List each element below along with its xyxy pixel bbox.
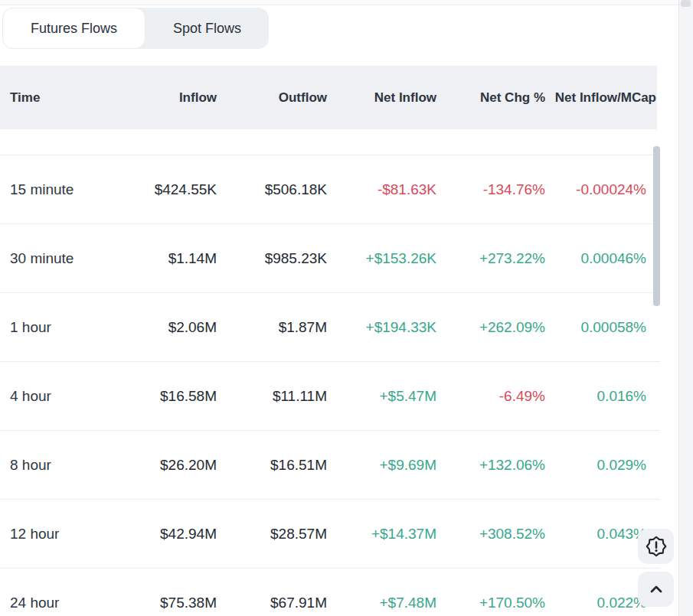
cell-time: 12 hour xyxy=(10,526,125,543)
cell-outflow: $985.23K xyxy=(217,250,327,267)
page-scrollbar-track[interactable] xyxy=(678,0,693,616)
cell-net-inflow-mcap: 0.016% xyxy=(545,388,656,405)
table-row[interactable]: 30 minute$1.14M$985.23K+$153.26K+273.22%… xyxy=(0,223,660,292)
table-header-row: Time Inflow Outflow Net Inflow Net Chg %… xyxy=(0,66,657,129)
chevron-up-icon xyxy=(646,579,667,600)
table-scrollbar-thumb[interactable] xyxy=(653,146,660,306)
cell-time: 24 hour xyxy=(10,595,125,611)
table-row[interactable]: 15 minute$424.55K$506.18K-$81.63K-134.76… xyxy=(0,155,660,223)
cell-net-inflow: +$194.33K xyxy=(327,319,436,336)
cell-net-chg: +262.09% xyxy=(436,319,545,336)
cell-outflow: $28.57M xyxy=(217,526,327,543)
cell-net-inflow-mcap: 0.029% xyxy=(545,457,656,474)
cell-inflow: $2.06M xyxy=(125,319,217,336)
cell-net-inflow: +$9.69M xyxy=(327,457,436,474)
cell-net-chg: +273.22% xyxy=(436,250,545,267)
column-header-net-inflow[interactable]: Net Inflow xyxy=(327,90,436,106)
cell-net-inflow-mcap: 0.00058% xyxy=(545,319,656,336)
cell-inflow: $424.55K xyxy=(125,181,217,198)
tab-spot-flows[interactable]: Spot Flows xyxy=(145,8,269,49)
column-header-outflow[interactable]: Outflow xyxy=(217,90,327,106)
cell-outflow: $506.18K xyxy=(217,181,327,198)
cell-time: 8 hour xyxy=(10,457,125,474)
column-header-inflow[interactable]: Inflow xyxy=(125,90,217,106)
cell-time: 15 minute xyxy=(10,181,125,198)
cell-net-chg: +308.52% xyxy=(436,526,545,543)
page-scrollbar-thumb[interactable] xyxy=(681,0,691,7)
top-divider xyxy=(0,0,693,5)
cell-outflow: $1.87M xyxy=(217,319,327,336)
cell-outflow: $11.11M xyxy=(217,388,327,405)
column-header-net-chg[interactable]: Net Chg % xyxy=(436,90,545,106)
table-row[interactable]: 12 hour$42.94M$28.57M+$14.37M+308.52%0.0… xyxy=(0,499,660,568)
cell-net-inflow: +$5.47M xyxy=(327,388,436,405)
report-issue-button[interactable] xyxy=(638,529,674,564)
cell-net-inflow-mcap: -0.00024% xyxy=(545,181,656,198)
table-body: 15 minute$424.55K$506.18K-$81.63K-134.76… xyxy=(0,129,660,616)
table-row[interactable]: 8 hour$26.20M$16.51M+$9.69M+132.06%0.029… xyxy=(0,430,660,499)
cell-time: 30 minute xyxy=(10,250,125,267)
cell-net-inflow: +$153.26K xyxy=(327,250,436,267)
futures-flows-panel: Futures Flows Spot Flows Time Inflow Out… xyxy=(0,0,693,616)
table-body-spacer xyxy=(0,129,660,155)
flows-tab-group: Futures Flows Spot Flows xyxy=(2,8,269,49)
cell-net-chg: +170.50% xyxy=(436,595,545,611)
cell-net-inflow-mcap: 0.00046% xyxy=(545,250,656,267)
cell-inflow: $26.20M xyxy=(125,457,217,474)
tab-futures-flows[interactable]: Futures Flows xyxy=(2,8,145,49)
cell-inflow: $42.94M xyxy=(125,526,217,543)
cell-net-chg: -6.49% xyxy=(436,388,545,405)
table-row[interactable]: 24 hour$75.38M$67.91M+$7.48M+170.50%0.02… xyxy=(0,568,660,616)
cell-outflow: $67.91M xyxy=(217,595,327,611)
cell-outflow: $16.51M xyxy=(217,457,327,474)
cell-net-inflow: +$7.48M xyxy=(327,595,436,611)
cell-net-chg: +132.06% xyxy=(436,457,545,474)
cell-inflow: $16.58M xyxy=(125,388,217,405)
column-header-time[interactable]: Time xyxy=(10,90,125,106)
cell-inflow: $75.38M xyxy=(125,595,217,611)
scroll-to-top-button[interactable] xyxy=(638,572,674,607)
cell-inflow: $1.14M xyxy=(125,250,217,267)
badge-exclamation-icon xyxy=(646,536,667,557)
cell-net-inflow: -$81.63K xyxy=(327,181,436,198)
cell-net-inflow: +$14.37M xyxy=(327,526,436,543)
table-row[interactable]: 1 hour$2.06M$1.87M+$194.33K+262.09%0.000… xyxy=(0,292,660,361)
cell-time: 4 hour xyxy=(10,388,125,405)
cell-net-chg: -134.76% xyxy=(436,181,545,198)
cell-time: 1 hour xyxy=(10,319,125,336)
table-row[interactable]: 4 hour$16.58M$11.11M+$5.47M-6.49%0.016% xyxy=(0,361,660,430)
column-header-net-inflow-mcap[interactable]: Net Inflow/MCap xyxy=(545,90,656,106)
